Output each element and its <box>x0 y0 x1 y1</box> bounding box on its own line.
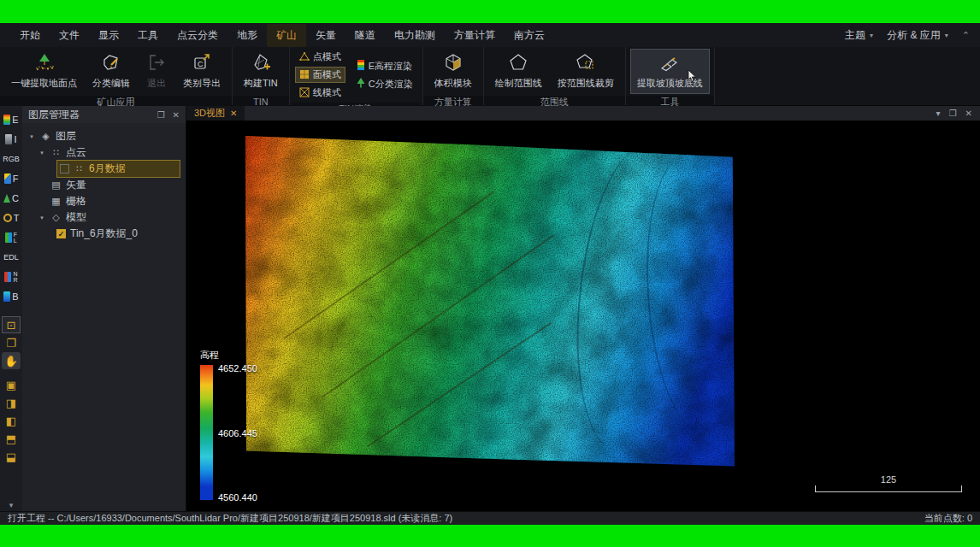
draw-boundary-button[interactable]: 绘制范围线 <box>488 49 549 94</box>
pentagon-icon <box>507 52 529 74</box>
status-project-path: 打开工程 -- C:/Users/16933/Documents/SouthLi… <box>8 512 452 525</box>
classify-edit-button[interactable]: 分类编辑 <box>86 49 137 94</box>
tree-node-raster[interactable]: ▦ 栅格 <box>22 193 186 209</box>
tree-node-label: 矢量 <box>66 178 86 192</box>
hand-icon: ✋ <box>4 355 18 368</box>
menu-item-tools[interactable]: 工具 <box>128 24 168 47</box>
tree-node-june-data-selected[interactable]: ∷ 6月数据 <box>22 161 186 177</box>
tree-node-label: Tin_6月数据_0 <box>70 226 138 241</box>
view-right-button[interactable]: ◨ <box>2 394 21 411</box>
class-export-button[interactable]: C 类别导出 <box>176 49 227 94</box>
analysis-app-dropdown[interactable]: 分析 & 应用 ▾ <box>887 28 948 43</box>
menu-item-display[interactable]: 显示 <box>89 24 128 47</box>
theme-label: 主题 <box>845 28 865 43</box>
tree-node-pointcloud[interactable]: ▾ ∷ 点云 <box>22 144 186 161</box>
extract-slope-lines-button[interactable]: 提取坡顶坡底线 <box>630 49 710 94</box>
extract-ground-points-button[interactable]: 一键提取地面点 <box>4 49 84 94</box>
menu-item-south-cloud[interactable]: 南方云 <box>505 24 554 47</box>
view-bottom-button[interactable]: ⬓ <box>2 448 21 465</box>
pick-cube-icon: ⊡ <box>7 319 16 332</box>
return-number-icon <box>4 272 11 282</box>
view-left-button[interactable]: ◧ <box>2 412 21 429</box>
menu-item-pointcloud-classify[interactable]: 点云分类 <box>168 24 227 47</box>
terrain-pointcloud[interactable] <box>245 136 735 468</box>
mode-label: RGB <box>3 155 20 163</box>
viewport: 3D视图 ✕ ▾ ❐ ✕ <box>186 106 980 511</box>
view-canvas[interactable]: 高程 4652.450 4606.445 4560.440 125 <box>186 121 980 511</box>
flip-page-tool-button[interactable]: ❐ <box>2 334 21 351</box>
panel-title: 图层管理器 <box>28 108 80 122</box>
toolbar-more-button[interactable]: ▾ <box>9 501 14 509</box>
line-mode-button[interactable]: 线模式 <box>295 85 345 101</box>
pentagon-clip-icon <box>575 52 597 74</box>
expand-arrow-icon[interactable]: ▾ <box>38 150 46 156</box>
tree-node-layers[interactable]: ▾ ◈ 图层 <box>22 128 186 144</box>
view-cube-left-icon: ◧ <box>6 415 16 427</box>
pick-tool-button[interactable]: ⊡ <box>2 316 21 333</box>
return-number-mode-button[interactable]: N R <box>0 268 22 286</box>
elevation-render-button[interactable]: E高程渲染 <box>352 58 417 74</box>
menu-bar: 开始 文件 显示 工具 点云分类 地形 矿山 矢量 隧道 电力勘测 方量计算 南… <box>0 23 980 47</box>
clip-by-boundary-button[interactable]: 按范围线裁剪 <box>551 49 621 94</box>
blend-mode-button[interactable]: B <box>0 287 22 306</box>
tree-node-label: 6月数据 <box>89 162 126 176</box>
chevron-down-icon: ▾ <box>9 501 14 509</box>
edl-mode-button[interactable]: EDL <box>0 248 22 267</box>
elevation-mode-button[interactable]: E <box>0 110 22 129</box>
class-render-button[interactable]: C分类渲染 <box>352 76 417 92</box>
float-panel-icon[interactable]: ❐ <box>157 110 165 120</box>
chevron-down-icon: ▾ <box>945 32 948 39</box>
menu-item-mine-active[interactable]: 矿山 <box>267 24 306 47</box>
menu-item-terrain[interactable]: 地形 <box>227 24 267 47</box>
mode-label: I <box>14 134 16 144</box>
menu-item-file[interactable]: 文件 <box>50 24 89 47</box>
close-view-icon[interactable]: ✕ <box>965 109 972 118</box>
fusion-mode-button[interactable]: F <box>0 169 22 188</box>
intensity-mode-button[interactable]: I <box>0 130 22 149</box>
expand-arrow-icon[interactable]: ▾ <box>38 215 46 221</box>
view-top-button[interactable]: ⬒ <box>2 430 21 447</box>
expand-arrow-icon[interactable]: ▾ <box>27 133 36 140</box>
tab-list-dropdown-icon[interactable]: ▾ <box>936 109 941 118</box>
tab-3d-view[interactable]: 3D视图 ✕ <box>186 106 245 121</box>
ribbon: 一键提取地面点 分类编辑 退出 C 类别导出 矿山应用 <box>0 47 980 106</box>
face-mode-icon <box>299 69 310 81</box>
volume-module-button[interactable]: 体积模块 <box>428 49 479 94</box>
point-mode-button[interactable]: 点模式 <box>295 49 345 65</box>
visibility-checkbox-checked[interactable]: ✓ <box>56 229 66 238</box>
tree-node-vector[interactable]: ▤ 矢量 <box>22 177 186 193</box>
mode-label: F L <box>14 232 17 244</box>
button-label: 点模式 <box>313 50 341 63</box>
svg-text:C: C <box>198 60 204 68</box>
tree-node-tin-june[interactable]: ✓ Tin_6月数据_0 <box>22 226 186 242</box>
class-tree-icon <box>3 194 10 203</box>
ribbon-group-tin-render: 点模式 面模式 线模式 E高程渲染 <box>290 47 423 105</box>
menu-item-start[interactable]: 开始 <box>10 24 50 47</box>
rgb-mode-button[interactable]: RGB <box>0 150 22 168</box>
view-cube-right-icon: ◨ <box>6 397 16 409</box>
menu-item-tunnel[interactable]: 隧道 <box>345 24 385 47</box>
menu-item-volume-calc[interactable]: 方量计算 <box>445 24 505 47</box>
close-panel-icon[interactable]: ✕ <box>173 110 180 120</box>
legend-max-value: 4652.450 <box>218 363 257 373</box>
face-mode-button-selected[interactable]: 面模式 <box>295 67 345 83</box>
float-view-icon[interactable]: ❐ <box>949 109 957 118</box>
time-mode-button[interactable]: T <box>0 209 22 227</box>
menu-item-vector[interactable]: 矢量 <box>306 24 345 47</box>
view-iso-button[interactable]: ▣ <box>2 376 21 393</box>
menu-item-power-survey[interactable]: 电力勘测 <box>385 24 445 47</box>
mouse-cursor-icon <box>688 70 697 84</box>
tree-node-model[interactable]: ▾ ◇ 模型 <box>22 209 186 226</box>
mode-label: C <box>12 193 19 203</box>
visibility-checkbox-unchecked[interactable] <box>60 164 69 174</box>
pan-tool-button[interactable]: ✋ <box>2 352 21 369</box>
point-cloud-icon: ∷ <box>74 163 85 174</box>
ribbon-group-volume: 体积模块 方量计算 <box>423 47 484 105</box>
classification-mode-button[interactable]: C <box>0 189 22 208</box>
build-tin-button[interactable]: 构建TIN <box>237 49 285 94</box>
collapse-ribbon-icon[interactable]: ⌃ <box>962 30 970 41</box>
theme-dropdown[interactable]: 主题 ▾ <box>845 28 873 43</box>
tab-close-icon[interactable]: ✕ <box>230 109 237 118</box>
app-window: 开始 文件 显示 工具 点云分类 地形 矿山 矢量 隧道 电力勘测 方量计算 南… <box>0 23 980 525</box>
flight-line-mode-button[interactable]: F L <box>0 228 22 247</box>
